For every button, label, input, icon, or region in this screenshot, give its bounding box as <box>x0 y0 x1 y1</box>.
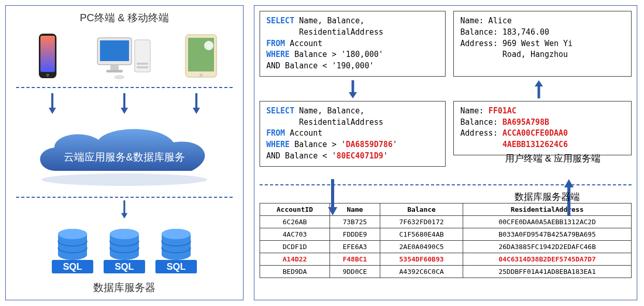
phone-icon <box>27 33 68 79</box>
table-cell: A14D22 <box>260 253 330 265</box>
col-balance: Balance <box>380 203 463 215</box>
arrow-down-icon <box>348 80 358 98</box>
col-name: Name <box>330 203 380 215</box>
svg-marker-24 <box>121 213 127 219</box>
divider-icon <box>16 87 233 88</box>
svg-marker-43 <box>349 92 357 98</box>
table-cell: F48BC1 <box>330 253 380 265</box>
table-cell: 2AE0A0490C5 <box>380 240 463 253</box>
cloud-icon: 云端应用服务&数据库服务 <box>26 122 223 189</box>
table-cell: BED9DA <box>260 265 330 278</box>
terminals-title: PC终端 & 移动终端 <box>80 11 169 25</box>
table-row: 4AC703FDDDE9C1F5680E4ABB033A0FD9547B425A… <box>260 228 632 240</box>
table-cell: FDDDE9 <box>330 228 380 240</box>
table-cell: 9DD0CE <box>330 265 380 278</box>
table-row: DCDF1DEFE6A32AE0A0490C526DA3885FC1942D2E… <box>260 240 632 253</box>
encrypted-result-box: Name: FF01AC Balance: BA695A798B Address… <box>453 101 632 155</box>
svg-marker-17 <box>49 108 56 114</box>
db-side-label: 数据库服务器端 <box>514 191 580 203</box>
arrow-up-icon <box>534 80 544 98</box>
sql-text: SQL <box>63 261 82 272</box>
arrow-down-icon <box>119 93 130 114</box>
database-icon: SQL <box>153 224 199 275</box>
table-cell: 25DDBFF01A41AD8EBA183EA1 <box>463 265 632 278</box>
arrow-down-icon <box>119 200 130 218</box>
client-side-label: 用户终端 & 应用服务端 <box>505 152 600 165</box>
encrypted-query-box: SELECT Name, Balance, ResidentialAddress… <box>260 101 446 167</box>
encrypted-data-table: AccountID Name Balance ResidentialAddres… <box>260 203 632 278</box>
svg-rect-10 <box>137 66 148 68</box>
svg-point-14 <box>204 41 213 50</box>
svg-text:SQL: SQL <box>115 261 134 272</box>
plaintext-row: SELECT Name, Balance, ResidentialAddress… <box>260 11 632 77</box>
table-header-row: AccountID Name Balance ResidentialAddres… <box>260 203 632 215</box>
svg-point-3 <box>46 74 49 77</box>
table-row: A14D22F48BC15354DF60B9304C6314D38B2DEF57… <box>260 253 632 265</box>
cloud-label: 云端应用服务&数据库服务 <box>26 150 223 164</box>
plaintext-query-box: SELECT Name, Balance, ResidentialAddress… <box>260 11 446 77</box>
database-row: SQL SQL SQL <box>16 224 233 275</box>
table-cell: 26DA3885FC1942D2EDAFC46B <box>463 240 632 253</box>
database-icon: SQL <box>101 224 148 275</box>
table-cell: 7F632FD0172 <box>380 215 463 228</box>
svg-marker-19 <box>121 108 128 114</box>
arrow-row <box>16 93 233 114</box>
table-cell: 73B725 <box>330 215 380 228</box>
table-cell: C1F5680E4AB <box>380 228 463 240</box>
table-cell: 04C6314D38B2DEF5745DA7D7 <box>463 253 632 265</box>
database-icon: SQL <box>49 224 96 275</box>
table-cell: B033A0FD9547B425A79BA695 <box>463 228 632 240</box>
svg-rect-6 <box>110 65 119 70</box>
table-cell: EFE6A3 <box>330 240 380 253</box>
arrow-down-icon <box>191 93 202 114</box>
svg-point-29 <box>58 229 87 239</box>
table-cell: 4AC703 <box>260 228 330 240</box>
svg-rect-2 <box>40 36 55 72</box>
query-flow-panel: SELECT Name, Balance, ResidentialAddress… <box>254 5 637 300</box>
svg-marker-21 <box>193 108 200 114</box>
db-server-label: 数据库服务器 <box>93 281 155 295</box>
svg-point-15 <box>199 74 203 77</box>
divider-icon <box>16 197 233 198</box>
col-address: ResidentialAddress <box>463 203 632 215</box>
tablet-icon <box>180 33 222 79</box>
desktop-pc-icon <box>91 33 158 79</box>
arrow-down-icon <box>47 93 58 114</box>
svg-rect-9 <box>137 63 148 65</box>
architecture-left-panel: PC终端 & 移动终端 <box>5 5 244 300</box>
svg-rect-7 <box>106 70 123 72</box>
table-row: BED9DA9DD0CEA4392C6C0CA25DDBFF01A41AD8EB… <box>260 265 632 278</box>
col-accountid: AccountID <box>260 203 330 215</box>
mid-arrows <box>260 80 632 98</box>
svg-point-22 <box>41 173 207 186</box>
table-cell: 5354DF60B93 <box>380 253 463 265</box>
svg-point-41 <box>162 229 191 239</box>
device-row <box>16 33 233 79</box>
table-cell: DCDF1D <box>260 240 330 253</box>
svg-marker-48 <box>564 179 574 187</box>
table-row: 6C26AB73B7257F632FD017200CFE0DAA0A5AEBB1… <box>260 215 632 228</box>
table-cell: 00CFE0DAA0A5AEBB1312AC2D <box>463 215 632 228</box>
table-cell: 6C26AB <box>260 215 330 228</box>
svg-rect-5 <box>100 40 129 61</box>
svg-point-11 <box>114 75 124 79</box>
plaintext-result-box: Name: Alice Balance: 183,746.00 Address:… <box>453 11 632 77</box>
divider-icon <box>260 184 632 185</box>
table-cell: A4392C6C0CA <box>380 265 463 278</box>
svg-point-35 <box>110 229 139 239</box>
svg-text:SQL: SQL <box>166 261 185 272</box>
